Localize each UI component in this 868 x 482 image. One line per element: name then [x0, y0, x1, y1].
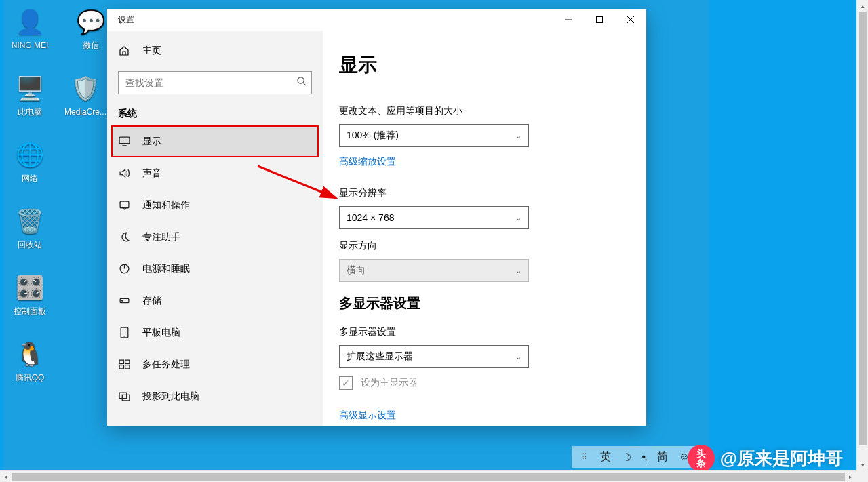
icon-label: 网络	[4, 174, 56, 183]
home-nav[interactable]: 主页	[107, 36, 323, 66]
sidebar-item-project[interactable]: 投影到此电脑	[107, 380, 323, 412]
app-icon: 🎛️	[14, 271, 46, 304]
desktop-background: 👤NING MEI💬微信🖥️此电脑🛡️MediaCre...🌐网络🗑️回收站🎛️…	[0, 0, 856, 470]
svg-rect-16	[125, 360, 129, 363]
icon-label: 回收站	[4, 240, 56, 249]
scale-label: 更改文本、应用等项目的大小	[339, 105, 627, 117]
search-box[interactable]	[118, 71, 312, 94]
sidebar-item-label: 多任务处理	[142, 359, 190, 371]
watermark-logo: 头条	[688, 445, 715, 472]
svg-point-12	[121, 300, 122, 301]
app-title: 设置	[107, 14, 134, 26]
icon-label: 此电脑	[4, 107, 56, 117]
scroll-thumb[interactable]	[12, 473, 845, 481]
sidebar-item-tablet[interactable]: 平板电脑	[107, 317, 323, 348]
moon-icon	[118, 231, 130, 243]
svg-rect-1	[597, 17, 603, 23]
multi-display-select[interactable]: 扩展这些显示器 ⌄	[339, 345, 529, 368]
settings-content: 显示 更改文本、应用等项目的大小 100% (推荐) ⌄ 高级缩放设置 显示分辨…	[323, 31, 646, 426]
sidebar-item-monitor[interactable]: 显示	[111, 125, 319, 157]
watermark: 头条 @原来是阿坤哥	[688, 445, 843, 472]
app-icon: 🛡️	[69, 72, 102, 104]
app-icon: 🗑️	[14, 205, 46, 237]
scroll-left-icon[interactable]: ◂	[0, 473, 12, 480]
ime-indicator[interactable]: ⠿ 英 ☽ •, 简 ☺	[572, 446, 699, 468]
search-icon	[296, 76, 307, 86]
svg-point-4	[298, 77, 304, 83]
desktop-icon-网络[interactable]: 🌐网络	[4, 138, 56, 183]
desktop-icon-MediaCre...[interactable]: 🛡️MediaCre...	[60, 72, 111, 117]
moon-icon: ☽	[622, 451, 631, 464]
home-icon	[118, 45, 130, 56]
close-button[interactable]	[615, 9, 646, 31]
category-title: 系统	[107, 102, 323, 125]
svg-rect-17	[119, 365, 123, 369]
app-icon: 🖥️	[14, 72, 46, 104]
main-display-checkbox[interactable]: ✓	[339, 376, 353, 390]
multi-display-heading: 多显示器设置	[339, 294, 627, 313]
ime-lang: 英	[600, 450, 611, 464]
sound-icon	[118, 167, 130, 179]
main-display-checkbox-row: ✓ 设为主显示器	[339, 376, 627, 390]
app-icon: 🐧	[14, 338, 46, 370]
sidebar-item-label: 投影到此电脑	[142, 390, 199, 403]
icon-label: 控制面板	[4, 306, 56, 316]
page-title: 显示	[339, 52, 627, 78]
scroll-thumb[interactable]	[859, 12, 867, 445]
svg-rect-15	[119, 360, 123, 363]
app-icon: 👤	[14, 5, 46, 38]
page-vertical-scrollbar[interactable]: ▴ ▾	[856, 0, 868, 470]
search-input[interactable]	[118, 71, 312, 94]
sidebar-item-storage[interactable]: 存储	[107, 285, 323, 317]
scroll-up-icon[interactable]: ▴	[857, 0, 868, 12]
settings-sidebar: 主页 系统 显示声音通知和操作专注助手电源和睡眠存储平板电脑多任务处理投影到此电…	[107, 31, 323, 426]
advanced-scale-link[interactable]: 高级缩放设置	[339, 156, 396, 168]
tablet-icon	[118, 327, 130, 338]
advanced-display-link[interactable]: 高级显示设置	[339, 409, 396, 422]
notify-icon	[118, 199, 130, 211]
svg-line-5	[303, 83, 306, 85]
scroll-right-icon[interactable]: ▸	[845, 473, 856, 480]
multitask-icon	[118, 359, 130, 370]
icon-label: 腾讯QQ	[4, 373, 56, 382]
minimize-button[interactable]	[553, 9, 584, 31]
sidebar-item-sound[interactable]: 声音	[107, 157, 323, 189]
sidebar-item-label: 电源和睡眠	[142, 263, 190, 275]
desktop-icon-控制面板[interactable]: 🎛️控制面板	[4, 271, 56, 316]
svg-rect-19	[119, 393, 127, 399]
chevron-down-icon: ⌄	[515, 214, 521, 222]
window-titlebar: 设置	[107, 9, 646, 31]
sidebar-item-multitask[interactable]: 多任务处理	[107, 348, 323, 380]
resolution-select[interactable]: 1024 × 768 ⌄	[339, 206, 529, 229]
project-icon	[118, 390, 130, 402]
app-icon: 💬	[75, 5, 107, 38]
desktop-icon-NING MEI[interactable]: 👤NING MEI	[4, 5, 56, 50]
sidebar-item-label: 声音	[142, 167, 161, 180]
scroll-down-icon[interactable]: ▾	[857, 459, 868, 470]
sidebar-item-label: 存储	[142, 295, 161, 307]
scale-select[interactable]: 100% (推荐) ⌄	[339, 124, 529, 147]
sidebar-item-label: 平板电脑	[142, 327, 180, 339]
icon-label: MediaCre...	[60, 107, 111, 117]
page-horizontal-scrollbar[interactable]: ◂ ▸	[0, 470, 856, 482]
sidebar-item-notify[interactable]: 通知和操作	[107, 189, 323, 221]
sidebar-item-label: 显示	[142, 136, 161, 148]
storage-icon	[118, 295, 130, 306]
dots-icon: •,	[642, 451, 646, 463]
maximize-button[interactable]	[584, 9, 615, 31]
sidebar-item-power[interactable]: 电源和睡眠	[107, 253, 323, 285]
chevron-down-icon: ⌄	[515, 266, 521, 275]
desktop-icon-此电脑[interactable]: 🖥️此电脑	[4, 72, 56, 117]
sidebar-item-label: 专注助手	[142, 231, 180, 243]
svg-rect-6	[119, 137, 130, 144]
watermark-text: @原来是阿坤哥	[720, 447, 843, 470]
desktop-icon-回收站[interactable]: 🗑️回收站	[4, 205, 56, 249]
chevron-down-icon: ⌄	[515, 353, 521, 361]
main-display-label: 设为主显示器	[361, 377, 418, 389]
app-icon: 🌐	[14, 138, 46, 171]
svg-rect-8	[120, 201, 129, 208]
power-icon	[118, 263, 130, 275]
desktop-icon-腾讯QQ[interactable]: 🐧腾讯QQ	[4, 338, 56, 382]
sidebar-item-moon[interactable]: 专注助手	[107, 221, 323, 253]
monitor-icon	[118, 136, 130, 147]
